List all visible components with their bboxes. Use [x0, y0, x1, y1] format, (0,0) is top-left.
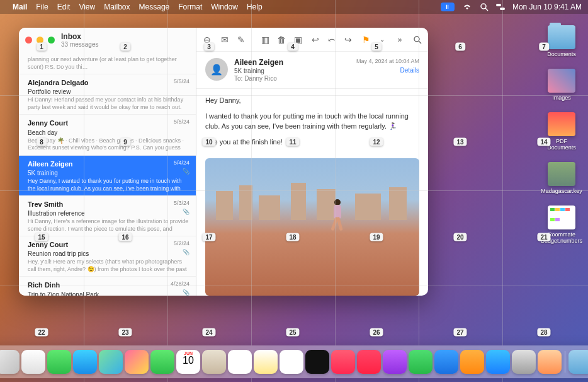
- dock-facetime[interactable]: [150, 350, 174, 374]
- voice-control-icon[interactable]: ⏸: [441, 3, 455, 11]
- message-row[interactable]: Jenny Court5/2/24📎Reunion road trip pics…: [19, 236, 196, 277]
- reply-icon[interactable]: ↩: [310, 34, 321, 45]
- dock-settings[interactable]: [512, 350, 536, 374]
- control-center-icon[interactable]: [496, 3, 505, 11]
- message-row[interactable]: Trev Smith5/3/24📎Illustration referenceH…: [19, 196, 196, 236]
- list-header: Inbox 33 messages: [19, 28, 196, 52]
- compose-icon[interactable]: ✎: [235, 34, 247, 45]
- svg-point-0: [481, 4, 486, 9]
- message-row[interactable]: Aileen Zeigen5/4/24📎5K trainingHey Danny…: [19, 156, 196, 196]
- desktop-item-label: Madagascar.key: [541, 188, 582, 194]
- msg-date: 5/5/24: [174, 78, 189, 86]
- forward-icon[interactable]: ↪: [342, 34, 354, 45]
- msg-from: Jenny Court: [28, 119, 189, 127]
- flag-icon[interactable]: ⚑: [360, 34, 371, 45]
- message-row[interactable]: Jenny Court5/5/24Beach dayBeach Day 🌴 · …: [19, 115, 196, 155]
- search-icon[interactable]: [412, 34, 423, 45]
- paperclip-icon: 📎: [183, 289, 189, 296]
- msg-subject: Trip to Zion National Park: [28, 291, 189, 296]
- paperclip-icon: 📎: [183, 209, 189, 216]
- trash-icon[interactable]: 🗑: [276, 34, 287, 45]
- dock-music[interactable]: [331, 350, 355, 374]
- pdfstack-icon: [548, 112, 575, 136]
- svg-rect-2: [496, 4, 501, 6]
- envelope-icon[interactable]: ✉: [219, 34, 230, 45]
- minimize-button[interactable]: [37, 37, 43, 43]
- desktop-item-roommate-budget-numbers[interactable]: Roommate Budget.numbers: [543, 205, 580, 244]
- dock-pages[interactable]: [460, 350, 484, 374]
- dock-calendar[interactable]: JUN10: [176, 350, 200, 374]
- dock-messages[interactable]: [47, 350, 71, 374]
- flag-menu-chevron-icon[interactable]: ⌄: [376, 34, 388, 45]
- menu-format[interactable]: Format: [178, 3, 202, 11]
- message-row[interactable]: Alejandra Delgado5/5/24Portfolio reviewH…: [19, 74, 196, 115]
- desktop-item-madagascar-key[interactable]: Madagascar.key: [543, 162, 580, 194]
- grid-label-22: 22: [35, 328, 48, 337]
- zoom-button[interactable]: [48, 37, 55, 43]
- dock-tv[interactable]: [305, 350, 329, 374]
- msg-preview: Hi Danny, Here's a reference image for t…: [28, 218, 189, 232]
- dock-numbers[interactable]: [409, 350, 433, 374]
- dock-keynote[interactable]: [434, 350, 458, 374]
- menu-window[interactable]: Window: [211, 3, 238, 11]
- inbox-title: Inbox: [61, 32, 98, 41]
- msg-subject: Reunion road trip pics: [28, 250, 189, 258]
- dock-podcasts[interactable]: [383, 350, 407, 374]
- dock-reminders[interactable]: [228, 350, 252, 374]
- message-pane: ⊖ ✉ ✎ ▥ 🗑 ▣ ↩ ⤺ ↪ ⚑ ⌄ »: [196, 28, 428, 296]
- grid-label-24: 24: [202, 328, 215, 337]
- svg-rect-3: [500, 8, 505, 10]
- dock-separator: [565, 351, 565, 373]
- dock-mail[interactable]: [73, 350, 97, 374]
- dock-photos[interactable]: [125, 350, 149, 374]
- clock[interactable]: Mon Jun 10 9:41 AM: [512, 3, 582, 11]
- message-row[interactable]: planning our next adventure (or at least…: [19, 52, 196, 74]
- menu-file[interactable]: File: [36, 3, 48, 11]
- msg-from: Jenny Court: [28, 240, 189, 249]
- menubar: Mail FileEditViewMailboxMessageFormatWin…: [0, 0, 588, 14]
- desktop-item-pdf-documents[interactable]: PDF Documents: [543, 112, 580, 151]
- grid-label-28: 28: [537, 328, 550, 337]
- menu-message[interactable]: Message: [139, 3, 170, 11]
- desktop-item-documents[interactable]: Documents: [543, 25, 580, 57]
- app-menu[interactable]: Mail: [13, 3, 27, 11]
- menu-help[interactable]: Help: [247, 3, 263, 11]
- dock-safari[interactable]: [21, 350, 45, 374]
- menu-mailbox[interactable]: Mailbox: [104, 3, 130, 11]
- junk-icon[interactable]: ▣: [292, 34, 303, 45]
- dock-contacts[interactable]: [202, 350, 226, 374]
- menu-edit[interactable]: Edit: [57, 3, 71, 11]
- archive-icon[interactable]: ▥: [259, 34, 271, 45]
- message-list[interactable]: planning our next adventure (or at least…: [19, 52, 196, 296]
- more-icon[interactable]: »: [394, 34, 405, 45]
- grid-label-13: 13: [453, 138, 466, 146]
- svg-point-4: [414, 37, 419, 42]
- reply-all-icon[interactable]: ⤺: [326, 34, 337, 45]
- dock-freeform[interactable]: [280, 350, 303, 374]
- folder-icon: [548, 25, 575, 49]
- paperclip-icon: 📎: [183, 168, 189, 176]
- menu-view[interactable]: View: [79, 3, 95, 11]
- dock-launchpad[interactable]: [0, 350, 20, 374]
- dock-news[interactable]: [357, 350, 381, 374]
- message-attachment-image[interactable]: [205, 158, 419, 296]
- grid-label-26: 26: [370, 328, 383, 337]
- dock-notes[interactable]: [254, 350, 278, 374]
- dock-downloads[interactable]: [568, 350, 588, 374]
- imgstack-icon: [548, 69, 575, 93]
- dock-maps[interactable]: [99, 350, 123, 374]
- desktop-item-images[interactable]: Images: [543, 69, 580, 101]
- wifi-icon[interactable]: [462, 3, 472, 11]
- filter-icon[interactable]: ⊖: [201, 34, 213, 45]
- header-to: To: Danny Rico: [234, 75, 356, 82]
- details-link[interactable]: Details: [356, 67, 419, 74]
- spotlight-icon[interactable]: [480, 3, 489, 11]
- message-row[interactable]: Rich Dinh4/28/24📎Trip to Zion National P…: [19, 277, 196, 296]
- dock-screentime[interactable]: [538, 350, 562, 374]
- dock-appstore[interactable]: [486, 350, 510, 374]
- desktop-item-label: Roommate Budget.numbers: [541, 231, 582, 244]
- msg-from: Alejandra Delgado: [28, 78, 189, 87]
- grid-label-27: 27: [453, 328, 466, 337]
- msg-date: 4/28/24: [171, 281, 189, 288]
- close-button[interactable]: [25, 37, 32, 43]
